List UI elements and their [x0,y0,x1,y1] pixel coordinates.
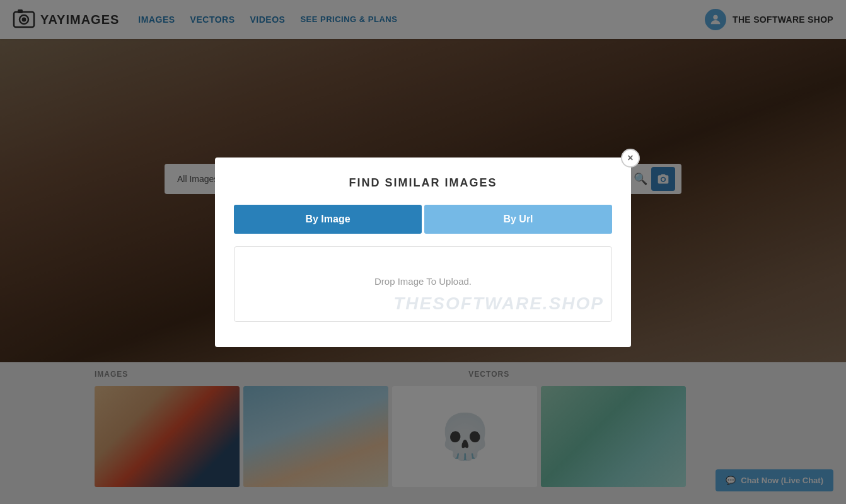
drop-zone[interactable]: Drop Image To Upload. THESOFTWARE.SHOP [234,246,612,322]
tab-by-url[interactable]: By Url [424,205,612,234]
modal-close-button[interactable]: × [621,149,640,168]
modal-title: FIND SIMILAR IMAGES [234,176,612,190]
drop-text: Drop Image To Upload. [374,276,472,287]
tab-by-image[interactable]: By Image [234,205,422,234]
modal-overlay[interactable]: × FIND SIMILAR IMAGES By Image By Url Dr… [0,0,846,504]
close-icon: × [627,152,633,164]
watermark-text: THESOFTWARE.SHOP [393,294,604,314]
modal-tabs: By Image By Url [234,205,612,234]
find-similar-images-modal: × FIND SIMILAR IMAGES By Image By Url Dr… [215,158,631,347]
